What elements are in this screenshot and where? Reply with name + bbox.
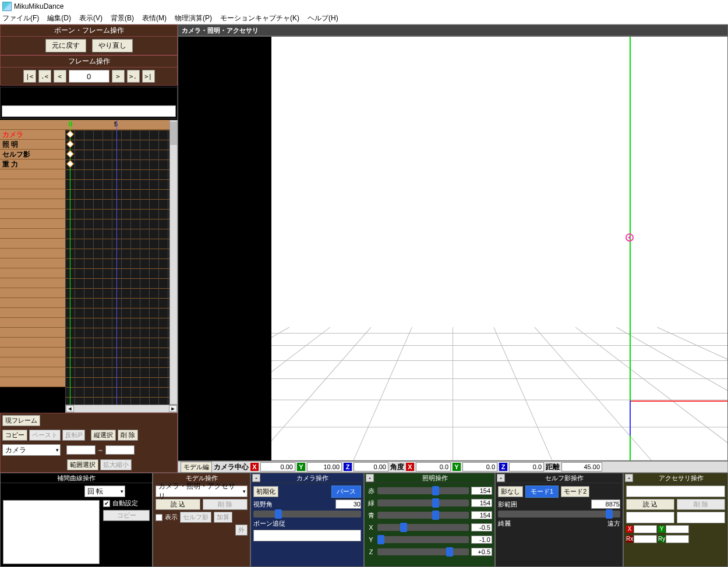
ang-z[interactable]: 0.0: [509, 462, 544, 472]
cam-y[interactable]: 10.00: [307, 462, 342, 472]
range-to-input[interactable]: [105, 445, 135, 455]
track-text-input[interactable]: [2, 105, 176, 117]
add-button[interactable]: 加算: [214, 512, 232, 523]
light-z-value[interactable]: +0.5: [471, 548, 492, 556]
light-b-value[interactable]: 154: [471, 511, 492, 519]
acc-rx-input[interactable]: [634, 535, 657, 543]
shadow-range-input[interactable]: [591, 499, 620, 509]
show-checkbox[interactable]: [156, 514, 162, 521]
model-select[interactable]: カメラ・照明・アクセサリ: [156, 486, 248, 497]
nav-first-button[interactable]: |<: [23, 70, 36, 83]
acc-delete-button[interactable]: 削 除: [677, 499, 725, 510]
minimize-icon[interactable]: -: [366, 474, 374, 482]
track-select[interactable]: カメラ: [2, 444, 61, 456]
redo-button[interactable]: やり直し: [92, 39, 133, 52]
track-gravity[interactable]: 重 力: [0, 160, 65, 169]
ang-x[interactable]: 0.0: [416, 462, 451, 472]
svg-line-9: [494, 327, 552, 460]
frame-ops-panel: フレーム操作 |< .< < > >. >|: [0, 55, 178, 86]
menu-help[interactable]: ヘルプ(H): [308, 13, 338, 23]
track-selfshadow[interactable]: セルフ影: [0, 150, 65, 160]
menu-view[interactable]: 表示(V): [79, 13, 103, 23]
minimize-icon[interactable]: -: [625, 474, 633, 482]
light-y-slider[interactable]: [377, 536, 469, 543]
paste-button[interactable]: ペースト: [29, 430, 61, 441]
cam-z[interactable]: 0.00: [354, 462, 388, 472]
acc-y-input[interactable]: [666, 525, 689, 533]
acc-load-button[interactable]: 読 込: [626, 499, 674, 510]
timeline: カメラ 照 明 セルフ影 重 力 0 5: [0, 120, 178, 405]
flip-button[interactable]: 反転P: [62, 430, 85, 441]
ang-y[interactable]: 0.0: [462, 462, 497, 472]
camera-target-marker[interactable]: [625, 233, 634, 242]
fov-slider[interactable]: [253, 511, 361, 518]
acc-ry-input[interactable]: [666, 535, 689, 543]
light-r-slider[interactable]: [377, 487, 469, 494]
acc-parent-select[interactable]: [626, 512, 674, 523]
timeline-hscroll[interactable]: ◄ ►: [65, 405, 178, 413]
light-b-slider[interactable]: [377, 512, 469, 519]
shadow-mode2-button[interactable]: モード2: [561, 486, 589, 497]
zoom-button[interactable]: 拡大縮小: [100, 459, 132, 470]
vselect-button[interactable]: 縦選択: [91, 430, 116, 441]
track-grid[interactable]: 0 5: [65, 120, 169, 405]
selfshadow-button[interactable]: セルフ影: [180, 512, 211, 523]
interp-curve-canvas[interactable]: [3, 500, 100, 564]
nav-next-button[interactable]: >: [112, 70, 125, 83]
nav-prev-button[interactable]: <: [54, 70, 66, 83]
hscroll-left[interactable]: ◄: [66, 405, 74, 412]
timeline-vscroll[interactable]: [169, 120, 178, 405]
app-title: MikuMikuDance: [14, 2, 63, 10]
light-ops-panel: -照明操作 赤154 緑154 青154 X-0.5 Y-1.0 Z+0.5: [364, 473, 495, 567]
menu-physics[interactable]: 物理演算(P): [175, 13, 212, 23]
undo-button[interactable]: 元に戻す: [45, 39, 86, 52]
acc-bone-select[interactable]: [677, 512, 725, 523]
interp-copy-button[interactable]: コピー: [103, 510, 150, 521]
light-r-value[interactable]: 154: [471, 487, 492, 495]
delete-button[interactable]: 削 除: [118, 430, 138, 441]
current-frame-button[interactable]: 現フレーム: [2, 415, 40, 426]
light-g-value[interactable]: 154: [471, 499, 492, 507]
menu-bg[interactable]: 背景(B): [111, 13, 134, 23]
nav-prev-key-button[interactable]: .<: [38, 70, 51, 83]
menu-file[interactable]: ファイル(F): [2, 13, 39, 23]
shadow-range-slider[interactable]: [498, 511, 620, 518]
viewport-black-bar: [178, 37, 271, 460]
range-select-button[interactable]: 範囲選択: [67, 459, 98, 470]
light-y-value[interactable]: -1.0: [471, 536, 492, 544]
bone-follow-select[interactable]: なし: [253, 530, 361, 541]
axis-y: [630, 37, 631, 460]
acc-select[interactable]: [626, 486, 725, 497]
shadow-mode1-button[interactable]: モード1: [525, 486, 559, 498]
light-z-slider[interactable]: [377, 548, 469, 555]
track-light[interactable]: 照 明: [0, 140, 65, 150]
range-from-input[interactable]: [66, 445, 96, 455]
nav-next-key-button[interactable]: >.: [127, 70, 140, 83]
cam-init-button[interactable]: 初期化: [253, 486, 278, 497]
light-x-slider[interactable]: [377, 524, 469, 531]
menu-face[interactable]: 表情(M): [142, 13, 167, 23]
menu-mocap[interactable]: モーションキャプチャ(K): [220, 13, 299, 23]
ext-button[interactable]: 外: [235, 525, 248, 536]
minimize-icon[interactable]: -: [252, 474, 260, 482]
track-camera[interactable]: カメラ: [0, 130, 65, 140]
nav-last-button[interactable]: >|: [142, 70, 155, 83]
cam-dist[interactable]: 45.00: [561, 462, 602, 472]
menu-edit[interactable]: 編集(D): [47, 13, 71, 23]
perspective-toggle[interactable]: パース: [331, 486, 361, 498]
frame-number-input[interactable]: [69, 70, 109, 83]
light-x-value[interactable]: -0.5: [471, 523, 492, 531]
light-g-slider[interactable]: [377, 499, 469, 506]
shadow-off-button[interactable]: 影なし: [498, 486, 523, 497]
axis-z-label: Z: [344, 463, 352, 471]
minimize-icon[interactable]: -: [497, 474, 505, 482]
cam-x[interactable]: 0.00: [260, 462, 295, 472]
model-edit-button[interactable]: モデル編: [181, 462, 212, 473]
viewport-canvas[interactable]: [178, 36, 728, 461]
copy-button[interactable]: コピー: [2, 430, 27, 441]
acc-x-input[interactable]: [634, 525, 657, 533]
interp-mode-select[interactable]: 回 転: [84, 486, 125, 497]
auto-checkbox[interactable]: ✔: [103, 500, 110, 507]
hscroll-right[interactable]: ►: [169, 405, 177, 412]
fov-input[interactable]: [335, 499, 361, 509]
